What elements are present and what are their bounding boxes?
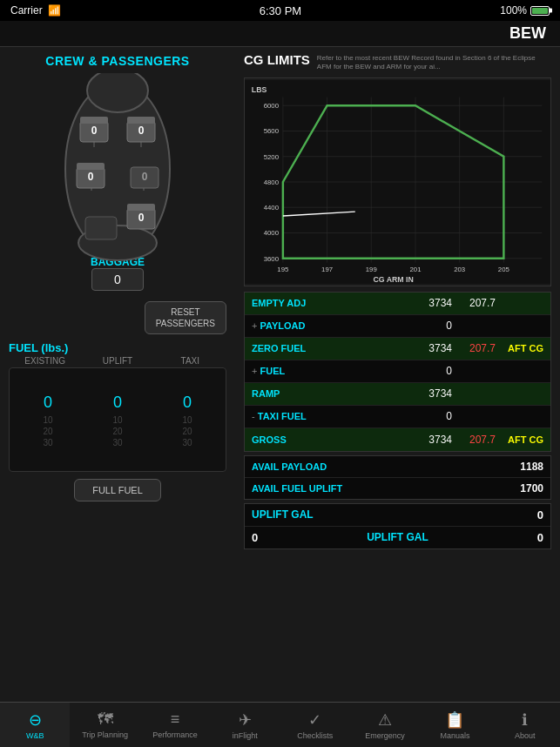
fuel-tick-u3: 30 — [83, 438, 152, 448]
gross-row: GROSS 3734 207.7 AFT CG — [245, 428, 550, 451]
uplift-val-1: 0 — [537, 508, 543, 522]
fuel-col-existing: EXISTING — [9, 356, 81, 366]
gross-label: GROSS — [252, 434, 404, 445]
svg-text:5600: 5600 — [264, 127, 280, 135]
reset-passengers-button[interactable]: RESETPASSENGERS — [145, 301, 226, 334]
status-right: 100% — [500, 4, 550, 17]
tab-performance[interactable]: ≡ Performance — [140, 703, 210, 747]
uplift-val-2: 0 — [537, 531, 543, 544]
avail-fuel-label: AVAIL FUEL UPLIFT — [252, 483, 520, 494]
zero-fuel-row: ZERO FUEL 3734 207.7 AFT CG — [245, 338, 550, 360]
zero-fuel-val: 3734 — [404, 342, 452, 354]
about-label: About — [515, 731, 536, 740]
svg-rect-19 — [127, 204, 155, 211]
tab-wb[interactable]: ⊖ W&B — [0, 703, 70, 747]
fuel-tick-t1: 10 — [152, 415, 222, 425]
zero-fuel-arm: 207.7 — [452, 342, 496, 354]
ramp-row: RAMP 3734 — [245, 383, 550, 406]
aircraft-svg: 0 0 0 0 0 — [17, 73, 218, 265]
carrier-label: Carrier — [10, 4, 43, 17]
svg-rect-11 — [127, 117, 155, 124]
tab-checklists[interactable]: ✓ Checklists — [280, 703, 350, 747]
fuel-tick-t3: 30 — [152, 438, 222, 448]
left-panel: CREW & PASSENGERS 0 — [0, 47, 235, 700]
svg-text:0: 0 — [138, 124, 145, 137]
tab-bar: ⊖ W&B 🗺 Trip Planning ≡ Performance ✈ in… — [0, 702, 560, 747]
tab-about[interactable]: ℹ About — [490, 703, 560, 747]
checklists-label: Checklists — [297, 731, 333, 740]
uplift-table: UPLIFT GAL 0 0 UPLIFT GAL 0 — [244, 503, 551, 549]
svg-text:LBS: LBS — [252, 84, 267, 93]
about-icon: ℹ — [522, 710, 528, 730]
svg-text:0: 0 — [142, 171, 148, 183]
empty-adj-row: EMPTY ADJ 3734 207.7 — [245, 293, 550, 315]
fuel-values-row: 0 0 0 — [13, 394, 222, 412]
tab-emergency[interactable]: ⚠ Emergency — [350, 703, 420, 747]
fuel-inputs-area: 0 0 0 10 10 10 20 20 20 30 30 30 — [9, 367, 226, 472]
full-fuel-button[interactable]: FULL FUEL — [74, 479, 161, 501]
fuel-uplift-value[interactable]: 0 — [83, 394, 152, 412]
uplift-label-1: UPLIFT GAL — [252, 508, 537, 521]
payload-val: 0 — [404, 320, 452, 332]
fuel-row: + FUEL 0 — [245, 360, 550, 383]
svg-text:195: 195 — [277, 266, 289, 273]
empty-adj-val: 3734 — [404, 297, 452, 309]
checklists-icon: ✓ — [308, 710, 321, 730]
battery-label: 100% — [500, 4, 527, 17]
trip-planning-label: Trip Planning — [82, 730, 128, 739]
gross-arm: 207.7 — [452, 434, 496, 446]
svg-text:4400: 4400 — [264, 204, 280, 212]
fuel-tick-e1: 10 — [13, 415, 83, 425]
tab-inflight[interactable]: ✈ inFlight — [210, 703, 280, 747]
svg-text:0: 0 — [91, 124, 98, 137]
svg-text:199: 199 — [366, 266, 377, 273]
battery-icon — [530, 6, 550, 16]
ramp-label: RAMP — [252, 388, 404, 399]
tab-manuals[interactable]: 📋 Manuals — [420, 703, 489, 747]
svg-rect-14 — [77, 163, 105, 170]
emergency-label: Emergency — [365, 731, 405, 740]
ramp-val: 3734 — [404, 387, 452, 400]
status-left: Carrier 📶 — [10, 4, 61, 17]
fuel-headers: EXISTING UPLIFT TAXI — [9, 356, 226, 366]
uplift-row-2: 0 UPLIFT GAL 0 — [245, 527, 550, 548]
wifi-icon: 📶 — [48, 4, 61, 17]
fuel-existing-value[interactable]: 0 — [13, 394, 83, 412]
crew-passengers-title: CREW & PASSENGERS — [9, 54, 226, 68]
fuel-val: 0 — [404, 365, 452, 377]
svg-text:197: 197 — [321, 266, 333, 273]
svg-text:4000: 4000 — [264, 229, 280, 237]
emergency-icon: ⚠ — [378, 710, 392, 730]
payload-row: + PAYLOAD 0 — [245, 315, 550, 338]
svg-text:201: 201 — [409, 266, 421, 273]
manuals-icon: 📋 — [445, 710, 464, 730]
cg-chart: LBS 6000 5600 5200 4800 4400 4000 3600 — [244, 77, 551, 286]
avail-fuel-row: AVAIL FUEL UPLIFT 1700 — [245, 478, 550, 499]
zero-fuel-status: AFT CG — [496, 343, 543, 353]
fuel-label: + FUEL — [252, 366, 404, 376]
fuel-title: FUEL (lbs.) — [9, 341, 226, 354]
fuel-tick-row-1: 10 10 10 — [13, 415, 222, 425]
cg-chart-svg: LBS 6000 5600 5200 4800 4400 4000 3600 — [245, 78, 550, 286]
main-content: CREW & PASSENGERS 0 — [0, 47, 560, 700]
fuel-tick-e2: 20 — [13, 427, 83, 436]
svg-text:0: 0 — [88, 171, 94, 183]
fuel-tick-t2: 20 — [152, 427, 222, 436]
empty-adj-label: EMPTY ADJ — [252, 298, 404, 308]
taxi-fuel-row: - TAXI FUEL 0 — [245, 406, 550, 428]
avail-payload-row: AVAIL PAYLOAD 1188 — [245, 456, 550, 478]
tab-trip-planning[interactable]: 🗺 Trip Planning — [70, 703, 139, 747]
fuel-tick-row-2: 20 20 20 — [13, 427, 222, 436]
fuel-col-taxi: TAXI — [154, 356, 226, 366]
avail-table: AVAIL PAYLOAD 1188 AVAIL FUEL UPLIFT 170… — [244, 455, 551, 500]
inflight-icon: ✈ — [239, 710, 252, 730]
fuel-taxi-value[interactable]: 0 — [152, 394, 222, 412]
performance-icon: ≡ — [171, 710, 180, 729]
taxi-fuel-label: - TAXI FUEL — [252, 411, 404, 421]
svg-text:0: 0 — [138, 212, 145, 224]
cg-note: Refer to the most recent BEW Record foun… — [317, 54, 551, 72]
svg-rect-21 — [85, 217, 117, 239]
weight-data-table: EMPTY ADJ 3734 207.7 + PAYLOAD 0 ZERO FU… — [244, 292, 551, 452]
cg-limits-title: CG LIMITS — [244, 52, 310, 67]
baggage-value[interactable]: 0 — [91, 268, 144, 291]
